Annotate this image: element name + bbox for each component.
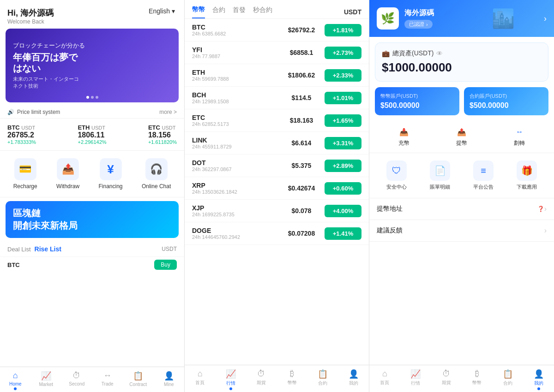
mid-nav-market[interactable]: 📈 行情 xyxy=(216,369,247,390)
mid-nav-futures[interactable]: ⏱ 期貨 xyxy=(246,369,277,390)
icon-security[interactable]: 🛡 安全中心 xyxy=(386,160,407,190)
nav-home[interactable]: ⌂ Home xyxy=(0,371,31,390)
eye-icon[interactable]: 👁 xyxy=(436,50,443,57)
chevron-down-icon: ▾ xyxy=(172,7,175,15)
right-chevron-icon[interactable]: › xyxy=(544,14,547,24)
table-row[interactable]: ETC 24h 62852.5173 $18.163 +1.65% xyxy=(185,109,369,132)
table-row[interactable]: LINK 24h 455911.8729 $6.614 +3.31% xyxy=(185,132,369,154)
mid-nav-home[interactable]: ⌂ 首頁 xyxy=(185,369,216,390)
coin-price: $0.07208 xyxy=(278,230,325,237)
mid-nav-mine[interactable]: 👤 我的 xyxy=(338,369,369,390)
coin-change: +1.81% xyxy=(325,24,361,36)
promo-banner-bottom[interactable]: 區塊鏈開創未來新格局 xyxy=(6,201,179,238)
mid-market-icon: 📈 xyxy=(226,369,236,379)
coin-name: ETH xyxy=(192,69,278,76)
tab-coin[interactable]: 幣幣 xyxy=(192,6,205,18)
right-recharge-btn[interactable]: 📥 充幣 xyxy=(395,125,413,147)
action-recharge[interactable]: 💳 Recharge xyxy=(13,158,37,190)
sub-contract-label: 合約賬戶(USDT) xyxy=(470,93,543,100)
banner-line3: 未来のスマート・インターコネクト技術 xyxy=(13,76,85,89)
right-nav-mine[interactable]: 👤 我的 xyxy=(523,369,554,390)
nav-contract-label: Contract xyxy=(129,382,147,387)
quick-actions: 💳 Recharge 📤 Withdraw ¥ Financing 🎧 Onli… xyxy=(0,151,184,197)
announcement-label: 平台公告 xyxy=(473,184,494,190)
ticker-btc[interactable]: BTC USDT 26785.2 +1.783333% xyxy=(7,124,36,145)
withdraw-address-row[interactable]: 提幣地址 ❓ › xyxy=(369,198,554,220)
table-row[interactable]: DOGE 24h 144645760.2942 $0.07208 +1.41% xyxy=(185,222,369,245)
mid-coin-icon: ₿ xyxy=(290,369,294,379)
left-bottom-nav: ⌂ Home 📈 Market ⏱ Second ↔ Trade 📋 Contr… xyxy=(0,367,184,392)
recharge-icon: 💳 xyxy=(14,158,36,180)
tab-contract[interactable]: 合約 xyxy=(212,6,225,18)
table-row[interactable]: ETH 24h 59699.7888 $1806.62 +2.33% xyxy=(185,64,369,87)
rise-list-label[interactable]: Rise List xyxy=(35,245,61,253)
mid-nav-coin[interactable]: ₿ 幣幣 xyxy=(277,369,308,390)
table-row[interactable]: XRP 24h 13503626.1842 $0.42674 +0.60% xyxy=(185,177,369,200)
action-online-chat[interactable]: 🎧 Online Chat xyxy=(142,158,171,190)
feedback-row[interactable]: 建議反饋 › xyxy=(369,220,554,242)
market-icon: 📈 xyxy=(41,371,51,381)
nav-trade[interactable]: ↔ Trade xyxy=(92,371,123,390)
action-withdraw[interactable]: 📤 Withdraw xyxy=(56,158,79,190)
right-withdraw-btn[interactable]: 📤 提幣 xyxy=(452,125,471,147)
right-panel: 🌿 海外源碼 已認證 › 🏙️ › 💼 總資產(USDT) 👁 $1000.00… xyxy=(369,0,554,392)
right-nav-futures[interactable]: ⏱ 期貨 xyxy=(431,369,462,390)
right-transfer-label: 劃轉 xyxy=(514,139,525,147)
coin-name: LINK xyxy=(192,137,278,144)
ticker-etc[interactable]: ETC USDT 18.156 +1.611820% xyxy=(148,124,177,145)
banner-dots xyxy=(86,96,98,99)
table-row[interactable]: BTC 24h 6385.6682 $26792.2 +1.81% xyxy=(185,19,369,42)
right-market-label: 行情 xyxy=(411,380,420,386)
coin-change: +0.60% xyxy=(325,182,361,195)
banner-line1: ブロックチェーンが分かる xyxy=(13,42,85,50)
table-row[interactable]: YFI 24h 77.9887 $6858.1 +2.73% xyxy=(185,42,369,64)
mid-contract-label: 合約 xyxy=(318,380,327,386)
promo-text: 區塊鏈開創未來新格局 xyxy=(13,207,78,232)
announcement-icon: ≡ xyxy=(473,160,494,181)
mid-home-label: 首頁 xyxy=(195,380,205,386)
greeting-title: Hi, 海外源碼 xyxy=(7,7,54,18)
coin-vol: 24h 455911.8729 xyxy=(192,144,278,149)
coin-change: +2.89% xyxy=(325,160,361,172)
right-transfer-btn[interactable]: ↔ 劃轉 xyxy=(510,125,529,147)
table-row[interactable]: XJP 24h 1699225.8735 $0.078 +4.00% xyxy=(185,200,369,222)
coin-info-eth: ETH 24h 59699.7888 xyxy=(192,69,278,82)
right-home-icon: ⌂ xyxy=(382,369,387,379)
icon-download[interactable]: 🎁 下載應用 xyxy=(517,160,537,190)
price-ticker: BTC USDT 26785.2 +1.783333% ETH USDT 180… xyxy=(0,119,184,151)
coin-change: +3.31% xyxy=(325,137,361,149)
withdraw-label: Withdraw xyxy=(56,183,79,190)
right-nav-home[interactable]: ⌂ 首頁 xyxy=(369,369,400,390)
right-nav-contract[interactable]: 📋 合約 xyxy=(493,369,524,390)
coin-change: +1.65% xyxy=(325,114,361,127)
right-nav-coin[interactable]: ₿ 幣幣 xyxy=(462,369,493,390)
right-futures-icon: ⏱ xyxy=(442,369,451,379)
language-selector[interactable]: English ▾ xyxy=(149,7,177,15)
table-row[interactable]: BCH 24h 12989.1508 $114.5 +1.01% xyxy=(185,87,369,109)
verified-badge[interactable]: 已認證 › xyxy=(404,20,433,29)
right-contract-label: 合約 xyxy=(503,380,512,386)
tab-second[interactable]: 秒合約 xyxy=(253,6,272,18)
nav-contract[interactable]: 📋 Contract xyxy=(123,371,154,390)
mid-nav-contract[interactable]: 📋 合約 xyxy=(307,369,338,390)
ticker-eth[interactable]: ETH USDT 1806.11 +2.296142% xyxy=(78,124,106,145)
action-financing[interactable]: ¥ Financing xyxy=(98,158,122,190)
nav-mine[interactable]: 👤 Mine xyxy=(154,371,185,390)
deal-row-btc: BTC Buy xyxy=(0,256,184,273)
coin-vol: 24h 12989.1508 xyxy=(192,99,278,104)
tab-first[interactable]: 首發 xyxy=(233,6,246,18)
nav-second[interactable]: ⏱ Second xyxy=(61,371,92,390)
right-coin-icon: ₿ xyxy=(475,369,479,379)
coin-name: XJP xyxy=(192,204,278,212)
more-link[interactable]: more > xyxy=(159,109,177,115)
table-row[interactable]: DOT 24h 362297.0867 $5.375 +2.89% xyxy=(185,154,369,177)
icon-announcement[interactable]: ≡ 平台公告 xyxy=(473,160,494,190)
nav-market[interactable]: 📈 Market xyxy=(31,371,62,390)
mine-icon: 👤 xyxy=(164,371,174,381)
right-nav-market[interactable]: 📈 行情 xyxy=(400,369,431,390)
deal-btc-button[interactable]: Buy xyxy=(154,260,177,270)
banner-dot-2 xyxy=(91,96,94,99)
icon-statement[interactable]: 📄 賬單明細 xyxy=(430,160,450,190)
banner-dot-3 xyxy=(96,96,98,99)
sub-card-contract: 合約賬戶(USDT) $500.00000 xyxy=(464,87,548,115)
